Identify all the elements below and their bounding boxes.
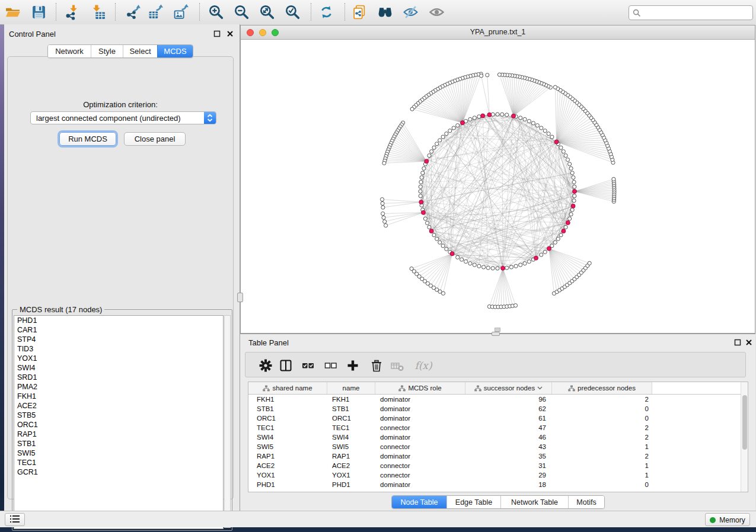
mcds-result-item[interactable]: STB5 — [14, 411, 223, 420]
table-row[interactable]: RAP1RAP1dominator352 — [248, 451, 748, 461]
table-cell: 0 — [552, 480, 652, 489]
mcds-result-item[interactable]: PHD1 — [14, 316, 223, 325]
tab-select[interactable]: Select — [123, 45, 157, 57]
table-cell: 0 — [552, 414, 652, 423]
mcds-result-item[interactable]: STB1 — [14, 439, 223, 448]
table-row[interactable]: ORC1ORC1dominator610 — [248, 414, 748, 423]
mcds-result-item[interactable]: RAP1 — [14, 430, 223, 439]
add-column-button[interactable] — [345, 358, 362, 373]
delete-values-button[interactable] — [369, 358, 385, 373]
import-network-button[interactable] — [63, 2, 84, 22]
search-field[interactable] — [629, 5, 753, 20]
export-table-icon — [148, 4, 164, 20]
mcds-result-item[interactable]: FKH1 — [14, 392, 223, 401]
trash-icon — [369, 358, 384, 373]
mcds-result-scrollbar[interactable] — [224, 315, 231, 528]
table-row[interactable]: FKH1FKH1dominator962 — [248, 395, 748, 404]
float-table-panel-icon[interactable] — [733, 339, 742, 347]
function-builder-button-disabled[interactable]: f(x) — [412, 358, 435, 373]
task-history-button[interactable] — [5, 513, 25, 526]
canvas-scroll-thumb[interactable] — [495, 328, 500, 332]
mcds-result-item[interactable]: TEC1 — [14, 458, 223, 467]
run-mcds-button[interactable]: Run MCDS — [59, 132, 116, 146]
table-cell: connector — [375, 470, 465, 480]
tab-network[interactable]: Network — [48, 45, 91, 57]
mcds-result-item[interactable]: SWI4 — [14, 363, 223, 373]
import-table-button[interactable] — [89, 2, 109, 22]
save-icon — [31, 4, 47, 20]
table-row[interactable]: STB1STB1dominator620 — [248, 404, 748, 414]
table-row[interactable]: TEC1TEC1connector472 — [248, 423, 748, 432]
mcds-result-item[interactable]: CAR1 — [14, 325, 223, 335]
vertical-split-handle[interactable] — [237, 293, 243, 302]
mcds-result-item[interactable]: SWI5 — [14, 448, 223, 458]
table-row[interactable]: SWI5SWI5connector431 — [248, 442, 748, 451]
table-row[interactable]: YOX1YOX1connector291 — [248, 470, 748, 480]
show-column-button[interactable] — [278, 358, 295, 373]
table-settings-button[interactable] — [258, 358, 275, 373]
zoom-in-button[interactable] — [206, 2, 227, 22]
mcds-result-item[interactable]: ACE2 — [14, 401, 223, 411]
tab-mcds[interactable]: MCDS — [157, 45, 193, 57]
zoom-fit-button[interactable] — [257, 2, 277, 22]
table-scrollbar-thumb[interactable] — [742, 395, 747, 450]
column-header-shared-name[interactable]: shared name — [248, 382, 327, 394]
refresh-icon — [318, 4, 334, 20]
table-row[interactable]: ACE2ACE2connector311 — [248, 461, 748, 470]
table-cell: 62 — [465, 404, 552, 414]
refresh-button[interactable] — [317, 2, 337, 22]
tab-network-table[interactable]: Network Table — [500, 496, 568, 508]
delete-column-button-disabled[interactable] — [390, 358, 406, 373]
column-header-name[interactable]: name — [327, 382, 375, 394]
save-session-button[interactable] — [29, 2, 49, 22]
zoom-out-button[interactable] — [232, 2, 252, 22]
close-panel-icon[interactable] — [226, 30, 234, 39]
table-row[interactable]: SWI4SWI4dominator462 — [248, 432, 748, 442]
tab-style[interactable]: Style — [91, 45, 123, 57]
float-panel-icon[interactable] — [213, 30, 221, 39]
close-table-panel-icon[interactable] — [745, 339, 753, 347]
mcds-tab-panel: Optimization criterion: largest connecte… — [7, 56, 234, 499]
network-window-titlebar[interactable]: YPA_prune.txt_1 — [241, 25, 755, 40]
table-row[interactable]: PHD1PHD1dominator180 — [248, 480, 748, 489]
horizontal-split-handle[interactable] — [492, 332, 500, 336]
mcds-result-item[interactable]: SRD1 — [14, 373, 223, 382]
mcds-result-item[interactable]: STP4 — [14, 335, 223, 344]
open-file-button[interactable] — [3, 2, 23, 22]
mcds-result-item[interactable]: GCR1 — [14, 467, 223, 477]
table-cell: YOX1 — [327, 470, 375, 480]
column-header-predecessor-nodes[interactable]: predecessor nodes — [552, 382, 652, 394]
search-binoculars-button[interactable] — [375, 2, 395, 22]
unselect-all-button[interactable] — [323, 358, 340, 373]
eye-button[interactable] — [427, 2, 447, 22]
table-scrollbar[interactable] — [741, 382, 748, 492]
export-image-button[interactable] — [171, 2, 192, 22]
clone-network-button[interactable] — [350, 2, 370, 22]
column-header-successor-nodes[interactable]: successor nodes — [465, 382, 552, 394]
table-cell: 1 — [552, 461, 652, 470]
column-header-MCDS-role[interactable]: MCDS role — [375, 382, 465, 394]
close-panel-button[interactable]: Close panel — [124, 132, 186, 146]
table-cell: PHD1 — [248, 480, 327, 489]
zoom-selected-button[interactable] — [283, 2, 303, 22]
show-hide-button[interactable] — [401, 2, 421, 22]
memory-status-icon — [710, 517, 716, 523]
memory-button[interactable]: Memory — [705, 513, 750, 526]
optimization-criterion-select[interactable]: largest connected component (undirected) — [30, 111, 216, 124]
mcds-result-item[interactable]: PMA2 — [14, 382, 223, 392]
hierarchy-icon — [398, 385, 406, 392]
tab-edge-table[interactable]: Edge Table — [446, 496, 500, 508]
export-network-icon — [126, 4, 142, 20]
export-network-button[interactable] — [124, 2, 144, 22]
list-icon — [9, 515, 20, 523]
tab-node-table[interactable]: Node Table — [392, 496, 446, 508]
search-input[interactable] — [641, 7, 752, 18]
table-cell: 1 — [552, 470, 652, 480]
select-all-button[interactable] — [301, 358, 317, 373]
mcds-result-item[interactable]: YOX1 — [14, 354, 223, 363]
tab-motifs[interactable]: Motifs — [568, 496, 604, 508]
mcds-result-item[interactable]: TID3 — [14, 344, 223, 354]
export-table-button[interactable] — [146, 2, 166, 22]
network-canvas[interactable] — [241, 40, 755, 333]
mcds-result-item[interactable]: ORC1 — [14, 420, 223, 430]
